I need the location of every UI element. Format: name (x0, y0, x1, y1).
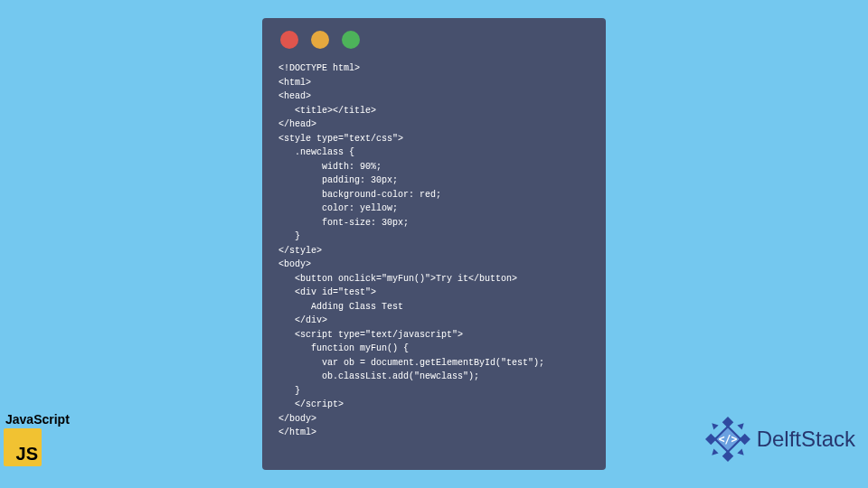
code-window: <!DOCTYPE html> <html> <head> <title></t… (262, 18, 606, 470)
svg-marker-5 (737, 423, 743, 429)
svg-text:</>: </> (718, 433, 737, 446)
svg-marker-6 (712, 448, 718, 455)
javascript-icon: JS (4, 428, 42, 466)
svg-marker-4 (712, 423, 718, 429)
maximize-icon (342, 31, 360, 49)
javascript-badge: JavaScript JS (4, 412, 70, 466)
javascript-icon-text: JS (16, 444, 38, 465)
minimize-icon (311, 31, 329, 49)
svg-marker-7 (737, 448, 743, 455)
code-block: <!DOCTYPE html> <html> <head> <title></t… (278, 61, 590, 440)
brand-name: DelftStack (757, 427, 855, 452)
close-icon (280, 31, 298, 49)
brand: </> DelftStack (704, 416, 855, 463)
brand-logo-icon: </> (704, 416, 751, 463)
traffic-lights (280, 31, 590, 49)
javascript-label: JavaScript (5, 412, 70, 427)
